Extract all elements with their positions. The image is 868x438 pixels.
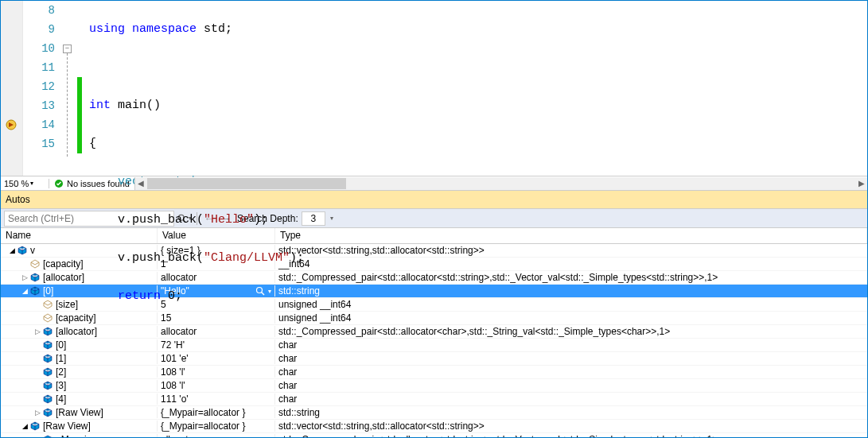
scroll-right-icon[interactable]: ▶ <box>856 178 867 189</box>
expand-spacer <box>33 367 42 377</box>
cube-icon <box>42 394 53 404</box>
variable-type: std::vector<std::string,std::allocator<s… <box>275 421 867 432</box>
line-number: 11 <box>23 58 55 77</box>
variable-name: [3] <box>56 380 66 391</box>
variable-type: char <box>275 353 867 364</box>
line-number: 13 <box>23 96 55 115</box>
code-editor[interactable]: 8 9 10 11 12 13 14 15 − using namespace … <box>1 1 867 176</box>
variable-row[interactable]: ▷[Raw View]{_Mypair=allocator }std::stri… <box>1 406 867 420</box>
scroll-left-icon[interactable]: ◀ <box>135 178 146 189</box>
variable-value[interactable]: allocator <box>158 434 275 438</box>
variable-value[interactable]: {_Mypair=allocator } <box>158 407 275 418</box>
breakpoint-gutter[interactable] <box>1 1 23 176</box>
variable-name: [Raw View] <box>56 407 103 418</box>
variable-name: [1] <box>56 353 66 364</box>
cube-icon <box>29 273 41 282</box>
variable-row[interactable]: [2]108 'l'char <box>1 366 867 379</box>
cube-icon <box>42 327 53 336</box>
line-number: 9 <box>23 20 55 39</box>
variable-name: _Mypair <box>56 434 90 438</box>
variable-row[interactable]: [3]108 'l'char <box>1 379 867 393</box>
horizontal-scrollbar[interactable]: ◀ ▶ <box>134 177 867 190</box>
expand-spacer <box>33 381 42 390</box>
variable-type: char <box>275 366 867 378</box>
prop-icon <box>42 300 53 309</box>
line-number: 12 <box>23 77 55 96</box>
variable-name: [2] <box>56 366 66 378</box>
expand-icon[interactable]: ▷ <box>33 435 42 438</box>
variable-name: [capacity] <box>43 258 84 269</box>
expand-icon[interactable]: ▷ <box>33 327 42 336</box>
line-number-gutter: 8 9 10 11 12 13 14 15 <box>23 1 63 176</box>
variable-name: [0] <box>56 339 66 351</box>
cube-icon <box>17 246 28 255</box>
collapse-icon[interactable]: ◢ <box>20 421 29 431</box>
expand-spacer <box>33 313 42 323</box>
variable-name: [4] <box>56 393 66 405</box>
variable-type: std::string <box>275 407 867 418</box>
expand-spacer <box>33 394 42 404</box>
cube-icon <box>42 408 53 417</box>
cube-icon <box>42 381 53 390</box>
line-number: 10 <box>23 39 55 58</box>
variable-row[interactable]: ◢[Raw View]{_Mypair=allocator }std::vect… <box>1 420 867 433</box>
fold-line <box>67 53 68 157</box>
cube-lock-icon <box>42 435 53 438</box>
variable-name: [Raw View] <box>43 421 91 432</box>
fold-gutter[interactable]: − <box>63 1 77 176</box>
prop-icon <box>42 313 53 323</box>
collapse-icon[interactable]: ◢ <box>7 246 17 255</box>
variable-value[interactable]: {_Mypair=allocator } <box>158 421 275 432</box>
expand-spacer <box>33 340 42 350</box>
code-area[interactable]: using namespace std; int main() { vector… <box>82 1 867 176</box>
variable-value[interactable]: 111 'o' <box>158 393 275 405</box>
collapse-icon[interactable]: ◢ <box>20 286 29 296</box>
cube-icon <box>42 340 53 350</box>
cube-icon <box>29 286 41 296</box>
check-circle-icon <box>54 179 64 188</box>
scroll-thumb[interactable] <box>147 178 346 189</box>
variable-row[interactable]: ▷_Mypairallocatorstd::_Compressed_pair<s… <box>1 433 867 438</box>
variable-name: [0] <box>43 285 53 297</box>
variable-value[interactable]: 108 'l' <box>158 380 275 391</box>
expand-spacer <box>33 354 42 363</box>
expand-icon[interactable]: ▷ <box>20 273 29 282</box>
variable-type: char <box>275 393 867 405</box>
expand-spacer <box>20 259 29 269</box>
expand-spacer <box>33 300 42 309</box>
variable-row[interactable]: [1]101 'e'char <box>1 352 867 366</box>
variable-value[interactable]: 108 'l' <box>158 366 275 378</box>
prop-icon <box>29 259 41 269</box>
change-indicator <box>77 1 82 176</box>
cube-icon <box>42 367 53 377</box>
variable-value[interactable]: 101 'e' <box>158 353 275 364</box>
zoom-level[interactable]: 150 %▾ <box>1 179 49 188</box>
cube-icon <box>29 421 41 431</box>
line-number: 8 <box>23 1 55 20</box>
variable-name: [size] <box>56 299 78 310</box>
line-number: 14 <box>23 115 55 134</box>
line-number: 15 <box>23 134 55 150</box>
expand-icon[interactable]: ▷ <box>33 408 42 417</box>
variable-type: std::_Compressed_pair<std::allocator<std… <box>275 434 867 438</box>
cube-icon <box>42 354 53 363</box>
variable-value[interactable]: 72 'H' <box>158 339 275 351</box>
fold-toggle-icon[interactable]: − <box>63 45 72 53</box>
variable-type: char <box>275 339 867 351</box>
current-line-arrow-icon <box>5 118 18 131</box>
variable-type: char <box>275 380 867 391</box>
variable-name: [allocator] <box>43 272 84 283</box>
variable-name: v <box>30 245 35 256</box>
variable-row[interactable]: [4]111 'o'char <box>1 393 867 406</box>
